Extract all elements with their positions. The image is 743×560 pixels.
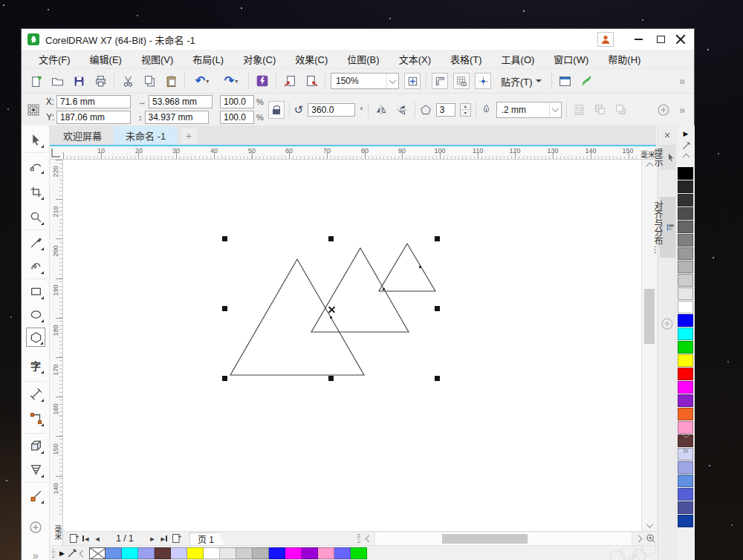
rotation-angle-field[interactable]: 360.0 [308, 103, 355, 117]
horizontal-ruler[interactable]: 10 20 30 40 50 60 70 80 90 100 110 120 1… [50, 146, 656, 160]
polygon-tool[interactable] [26, 328, 45, 347]
undo-dropdown-icon[interactable]: ▾ [206, 78, 209, 85]
wrap-text-button[interactable] [571, 102, 588, 118]
menu-edit[interactable]: 编辑(E) [80, 52, 132, 66]
crop-tool[interactable] [26, 182, 45, 201]
next-page-button[interactable]: ▸ [146, 533, 158, 544]
scrollbar-splitter-handle[interactable] [357, 534, 360, 543]
selection-handle-bottom-right[interactable] [435, 376, 440, 381]
zoom-level-dropdown[interactable] [386, 74, 398, 88]
account-sign-in-button[interactable] [597, 32, 614, 47]
palette-flyout-button[interactable]: ▶ [59, 550, 65, 557]
color-swatch[interactable] [678, 180, 693, 193]
menu-file[interactable]: 文件(F) [29, 52, 80, 66]
redo-button[interactable]: ↷▾ [219, 73, 243, 89]
scroll-right-button[interactable] [632, 533, 644, 544]
shape-tool[interactable] [26, 156, 45, 175]
spin-up-icon[interactable]: ▴ [461, 104, 470, 110]
toolbar-overflow-button[interactable]: » [676, 75, 688, 87]
eyedropper-icon[interactable] [681, 141, 691, 151]
last-page-button[interactable]: ▸ [158, 533, 170, 544]
color-swatch[interactable] [253, 547, 269, 559]
color-swatch[interactable] [334, 547, 351, 559]
color-swatch[interactable] [678, 501, 693, 514]
color-swatch[interactable] [122, 547, 138, 559]
color-swatch[interactable] [678, 515, 693, 527]
polygon-node-marker[interactable] [330, 316, 332, 319]
mirror-vertical-button[interactable] [394, 102, 410, 118]
scroll-left-button[interactable] [363, 533, 374, 544]
connector-tool[interactable] [26, 408, 45, 428]
color-swatch[interactable] [204, 547, 220, 559]
menu-window[interactable]: 窗口(W) [544, 52, 598, 66]
palette-drag-handle[interactable] [52, 549, 55, 558]
color-swatch[interactable] [138, 547, 155, 559]
palette-scroll-up-button[interactable] [682, 154, 690, 161]
polygon-node-marker[interactable] [383, 288, 385, 290]
pick-tool[interactable] [26, 130, 45, 149]
text-tool[interactable]: 字 [26, 356, 45, 375]
zoom-level-combobox[interactable]: 150% [331, 73, 399, 89]
previous-page-button[interactable]: ◂ [91, 533, 103, 544]
object-origin-icon[interactable] [27, 104, 39, 116]
color-swatch[interactable] [302, 547, 318, 559]
menu-help[interactable]: 帮助(H) [598, 52, 650, 66]
close-button[interactable] [672, 30, 694, 49]
toolbox-customize-button[interactable] [26, 518, 45, 537]
paste-button[interactable] [163, 73, 179, 89]
copy-button[interactable] [141, 73, 158, 89]
show-rulers-button[interactable] [432, 73, 448, 89]
polygon-points-stepper[interactable]: ▴ ▾ [460, 103, 471, 117]
color-swatch[interactable] [171, 547, 187, 559]
export-button[interactable] [303, 73, 319, 89]
color-swatch[interactable] [285, 547, 302, 559]
maximize-button[interactable] [649, 30, 672, 49]
new-document-button[interactable] [27, 73, 44, 89]
palette-scroll-left-button[interactable] [77, 547, 89, 559]
color-swatch[interactable] [220, 547, 236, 559]
docker-close-button[interactable]: × [658, 128, 676, 142]
menu-bitmaps[interactable]: 位图(B) [337, 52, 389, 66]
menu-object[interactable]: 对象(C) [233, 52, 285, 66]
snap-toggle-button[interactable] [475, 73, 491, 89]
search-content-button[interactable] [254, 73, 270, 89]
vertical-ruler[interactable]: 220 210 200 190 180 170 160 150 140 毫米 [50, 160, 63, 545]
color-swatch[interactable] [678, 314, 693, 327]
selection-handle-middle-left[interactable] [222, 306, 227, 311]
selection-center-marker[interactable] [328, 305, 336, 313]
zoom-tool[interactable] [26, 207, 45, 227]
options-button[interactable] [557, 73, 574, 89]
add-page-button[interactable] [68, 533, 80, 544]
outline-width-dropdown[interactable] [549, 102, 561, 117]
tab-untitled-document[interactable]: 未命名 -1 [114, 126, 178, 145]
color-swatch[interactable] [678, 328, 693, 340]
polygon-points-field[interactable]: 3 [436, 103, 455, 117]
print-button[interactable] [92, 73, 108, 89]
first-page-button[interactable]: ◂ [80, 533, 91, 544]
docker-tab-align-distribute[interactable]: 对齐与分布… [660, 197, 675, 258]
menu-effects[interactable]: 效果(C) [285, 52, 337, 66]
freehand-tool[interactable] [26, 232, 45, 252]
cut-button[interactable] [120, 73, 136, 89]
scale-h-field[interactable]: 100.0 [220, 95, 254, 108]
import-button[interactable] [282, 73, 298, 89]
fit-page-button[interactable] [404, 73, 421, 89]
transparency-tool[interactable] [26, 460, 45, 479]
lock-ratio-button[interactable] [268, 101, 285, 119]
color-swatch[interactable] [678, 368, 693, 380]
menu-layout[interactable]: 布局(L) [183, 52, 233, 66]
selection-handle-top-middle[interactable] [328, 236, 334, 241]
to-back-button[interactable] [613, 102, 629, 118]
interactive-fill-tool[interactable] [26, 486, 45, 505]
object-height-field[interactable]: 34.937 mm [145, 111, 209, 124]
menu-table[interactable]: 表格(T) [441, 52, 492, 66]
selection-handle-bottom-left[interactable] [222, 376, 227, 381]
scroll-down-button[interactable] [642, 519, 657, 531]
snap-to-dropdown[interactable]: 贴齐(T) [496, 73, 546, 89]
toolbox-overflow-button[interactable]: » [26, 546, 45, 560]
undo-button[interactable]: ↶▾ [190, 73, 214, 89]
selection-handle-bottom-middle[interactable] [328, 376, 334, 381]
page-tab[interactable]: 页 1 [189, 533, 225, 545]
docker-tab-hints[interactable]: 提示 [660, 145, 675, 170]
parallel-dimension-tool[interactable] [26, 384, 45, 403]
